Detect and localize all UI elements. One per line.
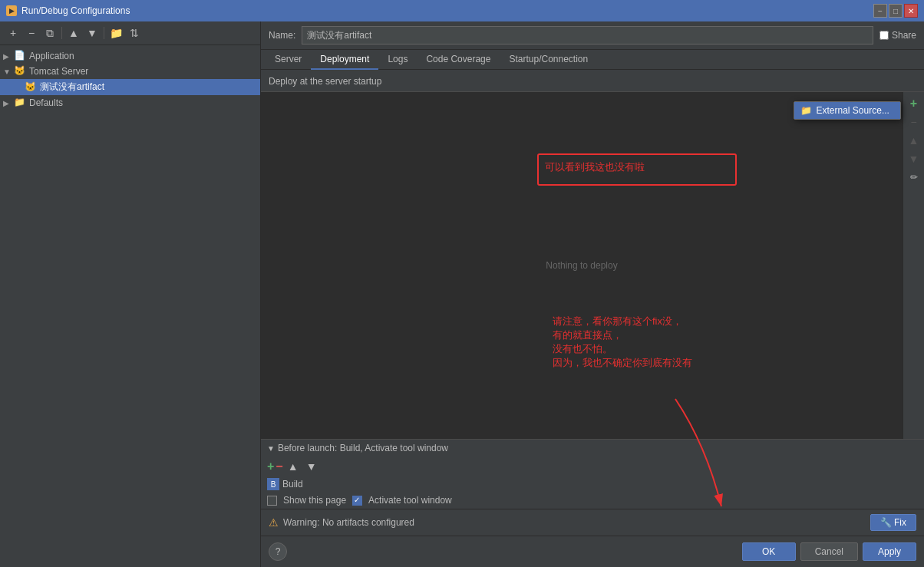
content-area: Deploy at the server startup Nothing to … xyxy=(261,70,924,567)
collapse-arrow: ▼ xyxy=(267,444,275,453)
deploy-main: Nothing to deploy 可以看到我这也没有啦 请注意，看你那有这个f… xyxy=(261,92,924,439)
arrow-tomcat: ▼ xyxy=(3,68,14,76)
maximize-btn[interactable]: □ xyxy=(889,4,903,18)
build-item: B Build xyxy=(261,476,924,492)
activate-checkbox[interactable] xyxy=(352,496,362,506)
add-deploy-btn[interactable]: + xyxy=(906,95,922,112)
arrow-defaults: ▶ xyxy=(3,99,14,107)
window-controls: − □ ✕ xyxy=(873,4,918,18)
before-launch-header[interactable]: ▼ Before launch: Build, Activate tool wi… xyxy=(261,440,924,457)
sort-btn[interactable]: ⇅ xyxy=(126,25,143,41)
before-launch: ▼ Before launch: Build, Activate tool wi… xyxy=(261,439,924,509)
remove-deploy-btn: − xyxy=(906,114,922,130)
activate-label: Activate tool window xyxy=(368,495,452,506)
down-launch-btn[interactable]: ▼ xyxy=(303,458,320,475)
annotation-text-2: 请注意，看你那有这个fix没， 有的就直接点， 没有也不怕。 因为，我也不确定你… xyxy=(553,315,692,370)
window-title: Run/Debug Configurations xyxy=(21,5,130,16)
build-label: Build xyxy=(282,479,303,490)
help-btn[interactable]: ? xyxy=(269,542,287,561)
side-buttons: + 📁 External Source... − ▲ ▼ ✏ xyxy=(903,92,924,439)
label-tomcat: Tomcat Server xyxy=(29,66,88,77)
tree-item-tomcat[interactable]: ▼ 🐱 Tomcat Server xyxy=(0,64,260,79)
tab-startup-connection[interactable]: Startup/Connection xyxy=(500,50,597,70)
toolbar-sep-2 xyxy=(104,27,104,39)
apply-btn[interactable]: Apply xyxy=(863,542,916,561)
before-launch-toolbar: + − ▲ ▼ xyxy=(261,457,924,476)
remove-config-btn[interactable]: − xyxy=(23,25,40,41)
move-up-btn[interactable]: ▲ xyxy=(65,25,82,41)
share-label: Share xyxy=(892,30,916,41)
config-tree: ▶ 📄 Application ▼ 🐱 Tomcat Server 🐱 测试没有… xyxy=(0,45,260,567)
move-down-deploy-btn: ▼ xyxy=(906,150,922,167)
title-bar: ▶ Run/Debug Configurations − □ ✕ xyxy=(0,0,924,21)
share-checkbox[interactable] xyxy=(879,31,889,40)
show-page-row: Show this page Activate tool window xyxy=(261,492,924,509)
build-icon: B xyxy=(267,478,279,490)
before-launch-title: Before launch: Build, Activate tool wind… xyxy=(278,443,448,453)
show-page-checkbox[interactable] xyxy=(267,496,277,506)
cancel-btn[interactable]: Cancel xyxy=(800,542,858,561)
title-bar-left: ▶ Run/Debug Configurations xyxy=(6,5,130,16)
warning-icon: ⚠ xyxy=(269,516,279,529)
main-container: + − ⧉ ▲ ▼ 📁 ⇅ ▶ 📄 Application ▼ 🐱 Tomcat… xyxy=(0,21,924,567)
close-btn[interactable]: ✕ xyxy=(904,4,918,18)
external-source-item[interactable]: 📁 External Source... xyxy=(794,102,900,119)
share-row: Share xyxy=(879,30,916,41)
tree-item-defaults[interactable]: ▶ 📁 Defaults xyxy=(0,95,260,110)
name-input[interactable] xyxy=(302,26,873,45)
icon-defaults: 📁 xyxy=(14,97,26,109)
deploy-label: Deploy at the server startup xyxy=(261,70,924,92)
tab-code-coverage[interactable]: Code Coverage xyxy=(417,50,500,70)
minimize-btn[interactable]: − xyxy=(873,4,887,18)
tab-deployment[interactable]: Deployment xyxy=(311,50,378,70)
left-panel: + − ⧉ ▲ ▼ 📁 ⇅ ▶ 📄 Application ▼ 🐱 Tomcat… xyxy=(0,21,261,567)
add-launch-btn[interactable]: + xyxy=(267,460,274,473)
add-deploy-area: + 📁 External Source... xyxy=(906,95,922,112)
icon-tomcat: 🐱 xyxy=(14,65,26,77)
right-panel: Name: Share Server Deployment Logs Code … xyxy=(261,21,924,567)
move-up-deploy-btn: ▲ xyxy=(906,132,922,149)
icon-test-artifact: 🐱 xyxy=(25,81,37,94)
show-page-label: Show this page xyxy=(283,495,346,506)
ext-source-label: External Source... xyxy=(817,105,889,116)
ext-source-icon: 📁 xyxy=(800,105,812,116)
tab-logs[interactable]: Logs xyxy=(378,50,417,70)
app-icon: ▶ xyxy=(6,5,17,16)
up-launch-btn[interactable]: ▲ xyxy=(285,458,302,475)
deploy-list: Nothing to deploy 可以看到我这也没有啦 请注意，看你那有这个f… xyxy=(261,92,903,439)
toolbar-sep-1 xyxy=(61,27,62,39)
label-defaults: Defaults xyxy=(29,97,63,108)
remove-launch-btn[interactable]: − xyxy=(276,460,282,473)
config-toolbar: + − ⧉ ▲ ▼ 📁 ⇅ xyxy=(0,21,260,45)
tree-item-application[interactable]: ▶ 📄 Application xyxy=(0,48,260,64)
bottom-bar: ? OK Cancel Apply xyxy=(261,536,924,567)
tree-item-test-artifact[interactable]: 🐱 测试没有artifact xyxy=(0,79,260,95)
fix-btn[interactable]: 🔧 Fix xyxy=(870,514,916,531)
annotation-text-1: 可以看到我这也没有啦 xyxy=(545,160,645,174)
edit-deploy-btn[interactable]: ✏ xyxy=(906,169,922,186)
copy-config-btn[interactable]: ⧉ xyxy=(41,25,58,41)
name-label: Name: xyxy=(269,30,295,41)
label-application: Application xyxy=(29,51,74,61)
arrow-application: ▶ xyxy=(3,52,14,61)
add-config-btn[interactable]: + xyxy=(5,25,21,41)
tabs-row: Server Deployment Logs Code Coverage Sta… xyxy=(261,50,924,70)
icon-application: 📄 xyxy=(14,50,26,62)
nothing-to-deploy: Nothing to deploy xyxy=(546,260,617,271)
warning-bar: ⚠ Warning: No artifacts configured 🔧 Fix xyxy=(261,509,924,536)
ok-btn[interactable]: OK xyxy=(742,542,796,561)
warning-text: Warning: No artifacts configured xyxy=(283,517,866,528)
name-bar: Name: Share xyxy=(261,21,924,50)
tab-server[interactable]: Server xyxy=(266,50,311,70)
ext-source-dropdown: 📁 External Source... xyxy=(794,101,901,120)
label-test-artifact: 测试没有artifact xyxy=(40,81,104,94)
move-down-btn[interactable]: ▼ xyxy=(84,25,101,41)
annotation-box-1 xyxy=(537,153,737,186)
folder-btn[interactable]: 📁 xyxy=(107,25,124,41)
